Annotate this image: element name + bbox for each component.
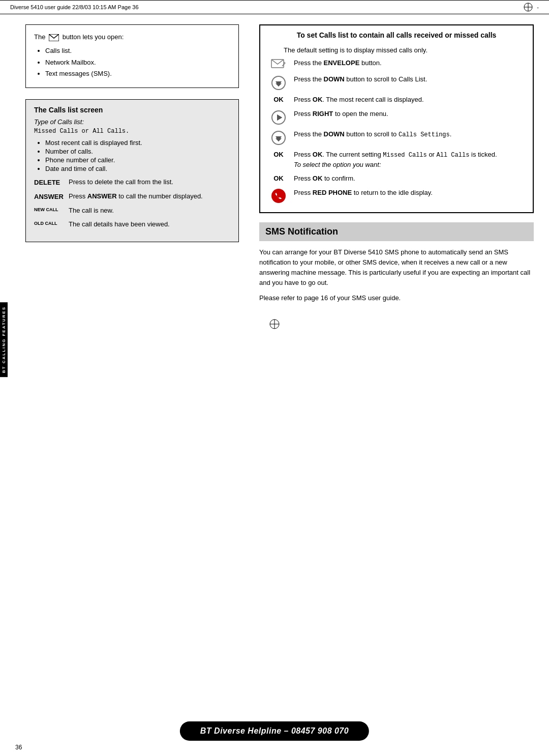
left-column: The button lets you open: Calls list. Ne…: [15, 24, 239, 309]
list-item: Network Mailbox.: [45, 57, 230, 68]
sms-section: SMS Notification You can arrange for you…: [259, 222, 534, 304]
step-2: Press the DOWN button to scroll to Calls…: [268, 74, 525, 91]
step-2-text: Press the DOWN button to scroll to Calls…: [294, 74, 525, 84]
answer-text: Press ANSWER to call the number displaye…: [69, 192, 230, 202]
page-number: 36: [15, 744, 22, 751]
main-content: The button lets you open: Calls list. Ne…: [0, 14, 549, 319]
delete-label: DELETE: [34, 178, 69, 188]
sms-text-1: You can arrange for your BT Diverse 5410…: [259, 247, 534, 288]
step-8: Press RED PHONE to return to the idle di…: [268, 188, 525, 203]
set-calls-box: To set Calls list to contain all calls r…: [259, 24, 534, 213]
action-new-call: NEW CALL The call is new.: [34, 206, 230, 216]
helpline-bar: BT Diverse Helpline – 08457 908 070: [180, 721, 369, 741]
nav-down-icon-1: [268, 74, 289, 91]
action-old-call: OLD CALL The call details have been view…: [34, 220, 230, 229]
step-6-text: Press OK. The current setting Missed Cal…: [294, 150, 525, 170]
set-calls-title: To set Calls list to contain all calls r…: [268, 31, 525, 40]
svg-marker-12: [277, 114, 282, 121]
nav-right-icon: [268, 109, 289, 125]
step-5-text: Press the DOWN button to scroll to Calls…: [294, 129, 525, 139]
envelope-list: Calls list. Network Mailbox. Text messag…: [34, 46, 230, 79]
bottom-crosshair: [0, 319, 549, 329]
envelope-intro: The button lets you open:: [34, 32, 230, 43]
old-call-text: The call details have been viewed.: [69, 220, 230, 229]
features-list: Most recent call is displayed first. Num…: [34, 139, 230, 172]
calls-box-title: The Calls list screen: [34, 106, 230, 114]
top-header: Diverse 5410 user guide 22/8/03 10:15 AM…: [0, 0, 549, 14]
old-call-label: OLD CALL: [34, 220, 69, 229]
ok-badge-1: OK: [268, 95, 289, 103]
action-delete: DELETE Press to delete the call from the…: [34, 178, 230, 188]
envelope-icon: [49, 34, 59, 41]
sms-title: SMS Notification: [259, 222, 534, 241]
sms-text-2: Please refer to page 16 of your SMS user…: [259, 293, 534, 303]
step-4: Press RIGHT to open the menu.: [268, 109, 525, 125]
answer-label: ANSWER: [34, 192, 69, 202]
step-1: Press the ENVELOPE button.: [268, 58, 525, 70]
step-8-text: Press RED PHONE to return to the idle di…: [294, 188, 525, 198]
red-phone-icon: [268, 188, 289, 203]
step-3-text: Press OK. The most recent call is displa…: [294, 95, 525, 105]
calls-features: Most recent call is displayed first. Num…: [34, 139, 230, 172]
svg-marker-9: [276, 83, 282, 86]
helpline-text: BT Diverse Helpline – 08457 908 070: [200, 726, 349, 735]
default-note: The default setting is to display missed…: [268, 45, 525, 55]
list-item: Number of calls.: [45, 148, 230, 155]
step-6: OK Press OK. The current setting Missed …: [268, 150, 525, 170]
page-wrapper: Diverse 5410 user guide 22/8/03 10:15 AM…: [0, 0, 549, 756]
list-item: Most recent call is displayed first.: [45, 139, 230, 147]
right-column: To set Calls list to contain all calls r…: [254, 24, 534, 309]
step-7: OK Press OK to confirm.: [268, 173, 525, 184]
new-call-text: The call is new.: [69, 206, 230, 216]
svg-marker-15: [276, 138, 282, 141]
list-item: Date and time of call.: [45, 165, 230, 172]
list-item: Phone number of caller.: [45, 156, 230, 164]
step-4-text: Press RIGHT to open the menu.: [294, 109, 525, 119]
ok-badge-3: OK: [268, 173, 289, 182]
new-call-label: NEW CALL: [34, 206, 69, 216]
ok-badge-2: OK: [268, 150, 289, 158]
crosshair-icon: [524, 3, 533, 12]
list-item: Calls list.: [45, 46, 230, 56]
delete-text: Press to delete the call from the list.: [69, 178, 230, 188]
envelope-box: The button lets you open: Calls list. Ne…: [25, 24, 239, 88]
calls-type-label: Type of Calls list:: [34, 118, 230, 126]
step-1-text: Press the ENVELOPE button.: [294, 58, 525, 68]
nav-down-icon-2: [268, 129, 289, 146]
list-item: Text messages (SMS).: [45, 69, 230, 79]
envelope-pencil-icon: [268, 58, 289, 70]
action-answer: ANSWER Press ANSWER to call the number d…: [34, 192, 230, 202]
calls-type-values: Missed Calls or All Calls.: [34, 128, 230, 135]
svg-line-6: [284, 62, 285, 63]
step-5: Press the DOWN button to scroll to Calls…: [268, 129, 525, 146]
step-7-text: Press OK to confirm.: [294, 173, 525, 184]
step-3: OK Press OK. The most recent call is dis…: [268, 95, 525, 105]
header-text: Diverse 5410 user guide 22/8/03 10:15 AM…: [10, 4, 139, 10]
calls-box: The Calls list screen Type of Calls list…: [25, 99, 239, 242]
